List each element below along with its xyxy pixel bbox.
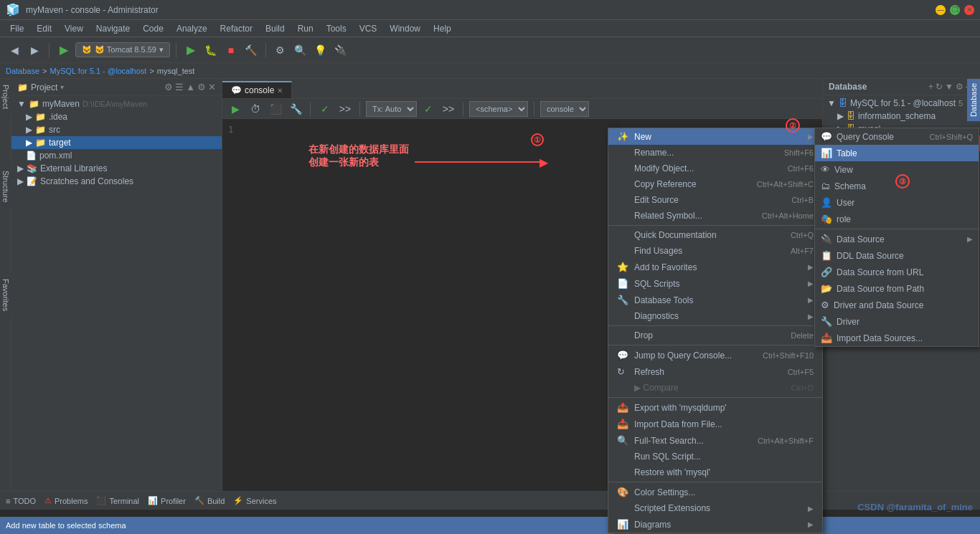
ctx-scripted[interactable]: Scripted Extensions ▶: [608, 500, 822, 516]
favorites-vert-tab[interactable]: Favorites: [0, 273, 11, 317]
tree-root[interactable]: ▼ 📁 myMaven D:\IDEA\myMaven: [11, 97, 222, 110]
forward-button[interactable]: ▶: [26, 42, 43, 59]
tree-src[interactable]: ▶ 📁 src: [11, 123, 222, 136]
project-sync-icon[interactable]: ⚙: [164, 82, 173, 92]
menu-help[interactable]: Help: [428, 22, 457, 35]
db-mysql-connection[interactable]: ▼ 🗄 MySQL for 5.1 - @localhost 5: [823, 97, 980, 110]
ctx-import-data[interactable]: 📥 Import Data from File...: [608, 416, 822, 432]
plugin-btn[interactable]: 🔌: [332, 42, 349, 59]
sub-view[interactable]: 👁 View: [815, 161, 979, 178]
ctx-export-dump[interactable]: 📤 Export with 'mysqldump': [608, 399, 822, 416]
tab-console[interactable]: 💬 console ✕: [222, 81, 292, 98]
light-btn[interactable]: 💡: [312, 42, 329, 59]
menu-build[interactable]: Build: [260, 22, 291, 35]
exec-file-btn[interactable]: ⏱: [247, 100, 264, 118]
sub-datasource[interactable]: 🔌 Data Source ▶: [815, 231, 979, 247]
structure-vert-tab[interactable]: Structure: [0, 165, 11, 209]
maximize-button[interactable]: ❐: [950, 5, 960, 15]
ctx-sql-scripts[interactable]: 📄 SQL Scripts ▶: [608, 275, 822, 292]
db-info-schema[interactable]: ▶ 🗄 information_schema: [823, 110, 980, 123]
tree-idea[interactable]: ▶ 📁 .idea: [11, 110, 222, 123]
project-collapse-icon[interactable]: ▲: [186, 82, 195, 92]
menu-vcs[interactable]: VCS: [354, 22, 383, 35]
tree-scratches[interactable]: ▶ 📝 Scratches and Consoles: [11, 175, 222, 188]
menu-analyze[interactable]: Analyze: [171, 22, 213, 35]
ctx-find-usages[interactable]: Find Usages Alt+F7: [608, 243, 822, 259]
ctx-favorites[interactable]: ⭐ Add to Favorites ▶: [608, 259, 822, 275]
minimize-button[interactable]: —: [936, 5, 946, 15]
sub-query-console[interactable]: 💬 Query Console Ctrl+Shift+Q: [815, 128, 979, 145]
menu-navigate[interactable]: Navigate: [90, 22, 136, 35]
db-refresh-icon[interactable]: ↻: [936, 82, 943, 92]
tab-build[interactable]: 🔨 Build: [194, 496, 225, 505]
tree-ext-libs[interactable]: ▶ 📚 External Libraries: [11, 162, 222, 175]
project-list-icon[interactable]: ☰: [175, 82, 184, 92]
ctx-jump-console[interactable]: 💬 Jump to Query Console... Ctrl+Shift+F1…: [608, 347, 822, 363]
ctx-refresh[interactable]: ↻ Refresh Ctrl+F5: [608, 363, 822, 380]
schema-select[interactable]: <schema>: [469, 101, 528, 117]
ctx-compare[interactable]: ▶ Compare Ctrl+D: [608, 380, 822, 396]
ctx-color-settings[interactable]: 🎨 Color Settings...: [608, 484, 822, 500]
tree-target[interactable]: ▶ 📁 target: [11, 136, 222, 149]
menu-code[interactable]: Code: [137, 22, 169, 35]
ctx-diagrams[interactable]: 📊 Diagrams ▶: [608, 516, 822, 533]
settings-btn[interactable]: ⚙: [272, 42, 289, 59]
breadcrumb-database[interactable]: Database: [6, 67, 39, 75]
tx-auto-select[interactable]: Tx: Auto: [366, 101, 417, 117]
ctx-related[interactable]: Related Symbol... Ctrl+Alt+Home: [608, 208, 822, 224]
run-button[interactable]: ▶: [55, 42, 72, 59]
ctx-rename[interactable]: Rename... Shift+F6: [608, 145, 822, 161]
tab-profiler[interactable]: 📊 Profiler: [148, 496, 186, 505]
console-select[interactable]: console: [540, 101, 589, 117]
menu-file[interactable]: File: [4, 22, 29, 35]
sub-ddl-datasource[interactable]: 📋 DDL Data Source: [815, 247, 979, 264]
ctx-diagnostics[interactable]: Diagnostics ▶: [608, 308, 822, 324]
checkmark-btn[interactable]: ✓: [316, 100, 334, 118]
close-button[interactable]: ✕: [964, 5, 974, 15]
sub-ds-url[interactable]: 🔗 Data Source from URL: [815, 264, 979, 280]
menu-tools[interactable]: Tools: [321, 22, 352, 35]
tab-terminal[interactable]: ⬛ Terminal: [96, 496, 139, 505]
breadcrumb-connection[interactable]: MySQL for 5.1 - @localhost: [50, 67, 147, 75]
tomcat-selector[interactable]: 🐱 🐱 Tomcat 8.5.59 ▾: [75, 42, 170, 57]
stop-btn[interactable]: ■: [222, 42, 240, 59]
commit-btn[interactable]: ✓: [420, 100, 437, 118]
sub-driver-ds[interactable]: ⚙ Driver and Data Source: [815, 297, 979, 313]
tab-problems[interactable]: ⚠ Problems: [44, 496, 88, 505]
menu-edit[interactable]: Edit: [31, 22, 57, 35]
db-settings-icon[interactable]: ⚙: [956, 82, 963, 92]
menu-refactor[interactable]: Refactor: [215, 22, 258, 35]
stop-exec-btn[interactable]: ⬛: [267, 100, 284, 118]
ctx-run-sql[interactable]: Run SQL Script...: [608, 449, 822, 464]
ctx-edit-src[interactable]: Edit Source Ctrl+B: [608, 192, 822, 208]
wrench-btn[interactable]: 🔧: [287, 100, 304, 118]
menu-view[interactable]: View: [59, 22, 89, 35]
tree-pom[interactable]: 📄 pom.xml: [11, 149, 222, 162]
tab-services[interactable]: ⚡ Services: [233, 496, 276, 505]
db-filter-icon[interactable]: ▼: [945, 82, 953, 92]
menu-window[interactable]: Window: [384, 22, 426, 35]
ctx-db-tools[interactable]: 🔧 Database Tools ▶: [608, 292, 822, 308]
sub-table[interactable]: 📊 Table: [815, 145, 979, 161]
menu-run[interactable]: Run: [292, 22, 319, 35]
project-close-icon[interactable]: ✕: [208, 82, 216, 92]
right-arr-btn2[interactable]: >>: [440, 100, 457, 118]
sub-schema[interactable]: 🗂 Schema: [815, 178, 979, 194]
ctx-copy-ref[interactable]: Copy Reference Ctrl+Alt+Shift+C: [608, 176, 822, 192]
sub-driver[interactable]: 🔧 Driver: [815, 313, 979, 330]
ctx-restore[interactable]: Restore with 'mysql': [608, 464, 822, 480]
ctx-new[interactable]: ✨ New ▶: [608, 128, 822, 145]
debug-btn[interactable]: 🐛: [202, 42, 220, 59]
sub-role[interactable]: 🎭 role: [815, 211, 979, 227]
ctx-fulltext[interactable]: 🔍 Full-Text Search... Ctrl+Alt+Shift+F: [608, 432, 822, 449]
sub-import-ds[interactable]: 📥 Import Data Sources...: [815, 330, 979, 346]
right-arrows-btn[interactable]: >>: [336, 100, 354, 118]
database-vert-label[interactable]: Database: [967, 79, 980, 121]
project-settings-icon[interactable]: ⚙: [197, 82, 206, 92]
back-button[interactable]: ◀: [6, 42, 23, 59]
play-btn[interactable]: ▶: [182, 42, 199, 59]
build-btn[interactable]: 🔨: [242, 42, 260, 59]
tab-console-close[interactable]: ✕: [277, 87, 283, 95]
sub-user[interactable]: 👤 User: [815, 194, 979, 211]
project-dropdown[interactable]: ▾: [60, 83, 64, 91]
